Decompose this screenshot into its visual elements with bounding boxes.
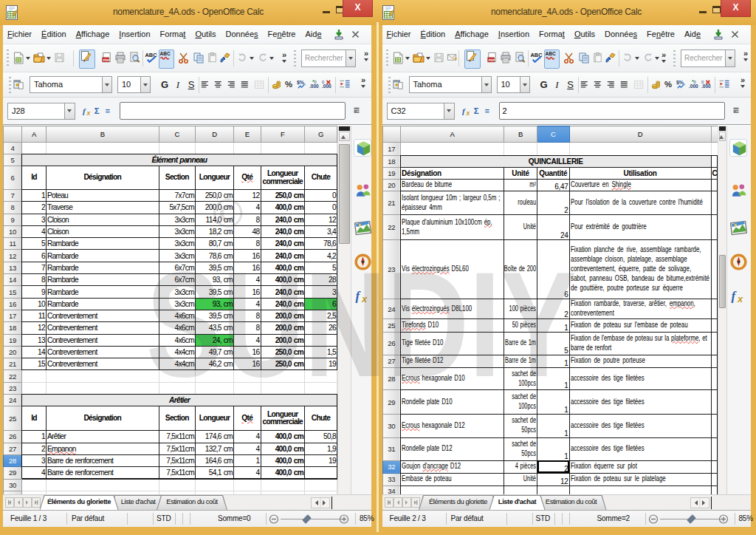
- svg-text:f: f: [83, 106, 86, 115]
- svg-text:=: =: [484, 106, 489, 115]
- svg-text:=: =: [106, 106, 110, 115]
- svg-text:0: 0: [693, 80, 695, 84]
- svg-text:x: x: [465, 109, 470, 117]
- svg-text:Σ: Σ: [94, 106, 100, 115]
- svg-text:%: %: [664, 80, 671, 89]
- svg-text:f: f: [731, 289, 737, 303]
- svg-text:ABC: ABC: [159, 51, 170, 56]
- svg-text:x: x: [86, 109, 91, 117]
- svg-text:.000: .000: [309, 84, 319, 89]
- svg-text:.000: .000: [322, 84, 331, 89]
- svg-text:0: 0: [322, 80, 324, 84]
- svg-text:$%: $%: [676, 80, 684, 86]
- svg-text:%: %: [285, 80, 292, 89]
- svg-text:f: f: [461, 106, 465, 115]
- svg-text:0: 0: [701, 80, 703, 84]
- svg-text:.000: .000: [701, 84, 710, 89]
- svg-text:x: x: [737, 293, 743, 304]
- svg-text:0: 0: [315, 80, 317, 84]
- svg-text:PDF: PDF: [488, 58, 495, 62]
- svg-text:$%: $%: [297, 80, 305, 86]
- svg-text:PDF: PDF: [103, 58, 110, 62]
- svg-text:Σ: Σ: [473, 106, 478, 115]
- svg-text:.000: .000: [688, 84, 698, 89]
- svg-text:x: x: [361, 293, 368, 304]
- svg-text:f: f: [355, 289, 361, 303]
- svg-text:ABC: ABC: [545, 51, 555, 56]
